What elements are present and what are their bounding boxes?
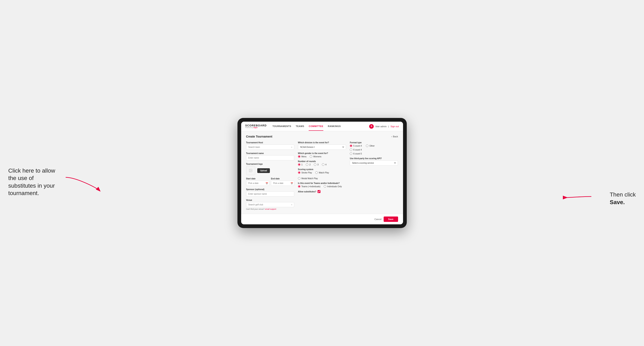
nav-links: TOURNAMENTS TEAMS COMMITTEE RANKINGS — [272, 122, 369, 131]
right-annotation: Then click Save. — [610, 191, 636, 206]
tournament-logo-field: Tournament logo Upload — [246, 163, 294, 175]
navbar: SCOREBOARD Powered by clippd TOURNAMENTS… — [241, 122, 403, 131]
individuals-only-option[interactable]: Individuals Only — [324, 185, 342, 188]
rounds-2-option[interactable]: 2 — [306, 163, 310, 166]
medal-match-play-radio[interactable] — [298, 177, 300, 179]
user-name: blair admin — [375, 125, 386, 128]
format-5count4-option[interactable]: 5 count 4 — [350, 145, 362, 147]
nav-committee[interactable]: COMMITTEE — [309, 122, 323, 131]
individuals-only-radio[interactable] — [324, 185, 326, 188]
sponsor-field: Sponsor (optional) — [246, 188, 294, 196]
logo-powered: Powered by clippd — [245, 127, 267, 129]
tournament-logo-label: Tournament logo — [246, 163, 294, 165]
format-type-field: Format type 5 count 4 Other — [350, 142, 398, 155]
upload-button[interactable]: Upload — [257, 168, 270, 173]
teams-option[interactable]: Teams (+Individuals) — [298, 185, 320, 188]
save-button[interactable]: Save — [384, 216, 398, 222]
scoring-api-field: Use third-party live scoring API? Select… — [350, 157, 398, 166]
rounds-label: Number of rounds — [298, 160, 346, 163]
nav-rankings[interactable]: RANKINGS — [328, 122, 341, 131]
event-for-field: Is this event for Teams and/or Individua… — [298, 182, 346, 188]
rounds-field: Number of rounds 1 2 — [298, 160, 346, 166]
back-button[interactable]: ‹ Back — [391, 135, 398, 138]
format-other-radio[interactable] — [366, 145, 368, 147]
division-select[interactable]: NCAA Division I — [298, 145, 346, 150]
logo-placeholder — [246, 166, 255, 175]
left-arrow-icon — [64, 175, 101, 192]
tablet-screen: SCOREBOARD Powered by clippd TOURNAMENTS… — [241, 122, 403, 224]
teams-radio[interactable] — [298, 185, 300, 188]
format-6count4-radio[interactable] — [350, 149, 352, 151]
tournament-name-input[interactable] — [246, 155, 294, 161]
rounds-1-option[interactable]: 1 — [298, 163, 303, 166]
gender-womens-radio[interactable] — [310, 155, 312, 158]
rounds-3-radio[interactable] — [314, 163, 316, 166]
start-date-label: Start date — [246, 177, 270, 180]
gender-mens-option[interactable]: Mens — [298, 155, 306, 158]
tournament-name-field: Tournament name — [246, 152, 294, 161]
format-type-label: Format type — [350, 142, 398, 144]
format-5count4-radio[interactable] — [350, 145, 352, 147]
scoring-system-label: Scoring system — [298, 168, 346, 171]
division-field: Which division is the event for? NCAA Di… — [298, 142, 346, 150]
scoring-api-select[interactable]: Select a scoring service — [350, 161, 398, 166]
sign-out-link[interactable]: Sign out — [390, 125, 399, 128]
format-6count5-radio[interactable] — [350, 152, 352, 155]
dates-field: Start date 📅 End date — [246, 177, 294, 186]
tablet-device: SCOREBOARD Powered by clippd TOURNAMENTS… — [238, 118, 407, 228]
rounds-2-radio[interactable] — [306, 163, 308, 166]
end-date-label: End date — [271, 177, 294, 180]
rounds-3-option[interactable]: 3 — [314, 163, 318, 166]
gender-field: Which gender is the event for? Mens Wome… — [298, 152, 346, 158]
venue-label: Venue — [246, 199, 294, 201]
venue-input[interactable] — [246, 202, 294, 207]
end-date-icon: 📅 — [290, 182, 293, 184]
nav-user: B blair admin | Sign out — [369, 124, 399, 129]
format-6count4-option[interactable]: 6 count 4 — [350, 149, 362, 151]
format-other-option[interactable]: Other — [366, 145, 374, 147]
format-6count5-option[interactable]: 6 count 5 — [350, 152, 362, 155]
venue-dropdown-icon: ▼ — [291, 204, 292, 206]
nav-tournaments[interactable]: TOURNAMENTS — [272, 122, 291, 131]
separator: | — [388, 125, 389, 128]
gender-mens-radio[interactable] — [298, 155, 300, 158]
allow-substitutes-checkbox[interactable] — [318, 190, 320, 193]
right-section: Format type 5 count 4 Other — [350, 142, 398, 166]
rounds-1-radio[interactable] — [298, 163, 300, 166]
tournament-name-label: Tournament name — [246, 152, 294, 155]
venue-helper: Can't find your venue? email support — [246, 208, 294, 210]
gender-womens-option[interactable]: Womens — [310, 155, 321, 158]
event-for-label: Is this event for Teams and/or Individua… — [298, 182, 346, 184]
allow-substitutes-field: Allow substitutes? — [298, 190, 346, 193]
page-wrapper: Click here to allow the use of substitut… — [8, 118, 636, 228]
stroke-play-radio[interactable] — [298, 171, 300, 174]
match-play-option[interactable]: Match Play — [315, 171, 329, 174]
nav-teams[interactable]: TEAMS — [296, 122, 304, 131]
allow-substitutes-label: Allow substitutes? — [298, 190, 316, 193]
scoring-system-field: Scoring system Stroke Play Match Play — [298, 168, 346, 179]
rounds-4-radio[interactable] — [322, 163, 324, 166]
middle-section: Which division is the event for? NCAA Di… — [298, 142, 346, 193]
stroke-play-option[interactable]: Stroke Play — [298, 171, 312, 174]
tournament-host-input[interactable] — [246, 145, 294, 150]
host-dropdown-icon: ▼ — [291, 146, 292, 148]
logo: SCOREBOARD Powered by clippd — [245, 124, 267, 129]
form-footer: Cancel Save — [241, 214, 403, 224]
tournament-host-label: Tournament Host — [246, 142, 294, 144]
cancel-button[interactable]: Cancel — [374, 218, 382, 220]
user-avatar: B — [369, 124, 374, 129]
content-area: Create Tournament ‹ Back Tournament Host — [241, 131, 403, 214]
email-support-link[interactable]: email support — [265, 208, 276, 210]
sponsor-label: Sponsor (optional) — [246, 188, 294, 190]
page-title: Create Tournament — [246, 135, 272, 138]
medal-match-play-option[interactable]: Medal Match Play — [298, 177, 318, 179]
sponsor-input[interactable] — [246, 191, 294, 196]
svg-point-3 — [250, 170, 250, 170]
match-play-radio[interactable] — [315, 171, 318, 174]
start-date-icon: 📅 — [266, 182, 268, 184]
content-header: Create Tournament ‹ Back — [246, 135, 398, 138]
division-label: Which division is the event for? — [298, 142, 346, 144]
tournament-host-field: Tournament Host ▼ — [246, 142, 294, 150]
rounds-4-option[interactable]: 4 — [322, 163, 327, 166]
logo-scoreboard: SCOREBOARD — [245, 124, 267, 127]
